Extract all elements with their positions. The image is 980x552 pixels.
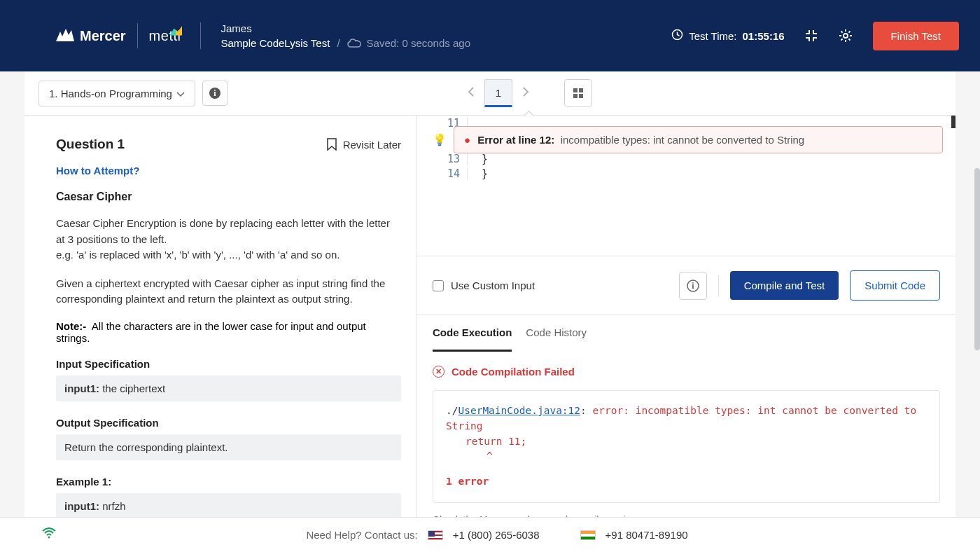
output-path-prefix: ./ <box>446 405 458 416</box>
checkbox-icon[interactable] <box>433 280 444 291</box>
india-phone[interactable]: +91 80471-89190 <box>606 529 688 541</box>
help-contact: Need Help? Contact us: +1 (800) 265-6038… <box>306 529 687 541</box>
revisit-later-button[interactable]: Revisit Later <box>326 138 401 151</box>
settings-icon[interactable] <box>838 28 853 43</box>
fail-title: Code Compilation Failed <box>451 366 575 378</box>
prev-question-button[interactable] <box>465 83 477 103</box>
question-grid-button[interactable] <box>564 79 592 107</box>
next-question-button[interactable] <box>519 83 532 103</box>
error-message-box: ● Error at line 12: incompatible types: … <box>454 126 943 153</box>
mercer-icon <box>56 29 74 43</box>
how-to-attempt-link[interactable]: How to Attempt? <box>56 165 401 177</box>
cloud-icon <box>347 38 361 48</box>
editor-line: 13 } <box>417 151 951 166</box>
timer-value: 01:55:16 <box>743 30 785 42</box>
output-return-line: return 11; <box>446 434 927 450</box>
error-text: incompatible types: int cannot be conver… <box>561 134 805 146</box>
app-header: Mercer mettl James Sample CodeLysis Test… <box>0 0 980 71</box>
inline-error-bubble: 💡 ● Error at line 12: incompatible types… <box>433 126 943 153</box>
section-info-button[interactable]: i <box>202 81 227 106</box>
input-spec-box: input1: the ciphertext <box>56 375 401 401</box>
question-pagination: 1 Attempted: 1/1 <box>465 79 592 107</box>
actions-right: i Compile and Test Submit Code <box>679 270 940 301</box>
india-flag-icon <box>580 530 596 540</box>
mercer-text: Mercer <box>80 28 126 44</box>
section-dropdown[interactable]: 1. Hands-on Programming <box>38 81 195 106</box>
saved-info: Saved: 0 seconds ago <box>347 37 470 49</box>
svg-text:i: i <box>692 281 694 291</box>
question-page-1[interactable]: 1 <box>484 79 512 107</box>
compile-button[interactable]: Compile and Test <box>730 271 839 300</box>
problem-desc-2: Given a ciphertext encrypted with Caesar… <box>56 276 401 308</box>
example-title: Example 1: <box>56 476 401 488</box>
custom-input-label: Use Custom Input <box>451 280 535 291</box>
output-error-count: 1 error <box>446 474 927 490</box>
svg-point-10 <box>48 537 50 539</box>
example-box: input1: nrfzh <box>56 493 401 518</box>
divider <box>718 275 719 296</box>
editor-decoration <box>951 116 955 128</box>
editor-line: 14 } <box>417 166 951 181</box>
actions-row: Use Custom Input i Compile and Test Subm… <box>417 256 955 315</box>
submit-code-button[interactable]: Submit Code <box>850 270 940 301</box>
mettl-logo: mettl <box>149 28 181 44</box>
fullscreen-exit-icon[interactable] <box>804 29 818 43</box>
tab-code-execution[interactable]: Code Execution <box>433 315 512 352</box>
output-caret: ^ <box>446 449 927 464</box>
mercer-logo: Mercer <box>56 28 126 44</box>
error-icon: ✕ <box>433 366 444 378</box>
output-file-link[interactable]: UserMainCode.java:12 <box>458 405 580 416</box>
problem-desc-1: Caesar Cipher Encryption is done by repl… <box>56 216 401 263</box>
saved-label: Saved: 0 seconds ago <box>367 37 470 49</box>
output-spec-box: Return the corresponding plaintext. <box>56 434 401 460</box>
test-name: Sample CodeLysis Test <box>220 37 330 49</box>
hint-button[interactable]: i <box>679 272 707 300</box>
clock-icon <box>671 29 683 43</box>
test-timer: Test Time: 01:55:16 <box>671 29 784 43</box>
toolbar: 1. Hands-on Programming i 1 Attempted: 1… <box>24 71 955 116</box>
revisit-label: Revisit Later <box>343 139 401 151</box>
svg-rect-7 <box>579 94 583 98</box>
user-block: James Sample CodeLysis Test / Saved: 0 s… <box>200 22 470 49</box>
svg-rect-5 <box>579 88 583 92</box>
chevron-down-icon <box>176 88 185 99</box>
compilation-failed-row: ✕ Code Compilation Failed <box>433 366 940 378</box>
problem-name: Caesar Cipher <box>56 191 401 203</box>
help-label: Need Help? Contact us: <box>306 529 417 541</box>
section-label: 1. Hands-on Programming <box>49 88 172 99</box>
scrollbar[interactable] <box>974 168 980 350</box>
wifi-icon <box>42 527 56 542</box>
logo-area: Mercer mettl <box>56 23 181 48</box>
output-area: ✕ Code Compilation Failed ./UserMainCode… <box>417 352 955 517</box>
test-name-row: Sample CodeLysis Test / Saved: 0 seconds… <box>220 37 470 49</box>
error-dot-icon: ● <box>464 134 470 146</box>
input-spec-title: Input Specification <box>56 358 401 370</box>
svg-rect-6 <box>573 94 578 98</box>
question-title: Question 1 <box>56 137 125 152</box>
svg-rect-4 <box>573 88 578 92</box>
svg-point-1 <box>844 34 848 38</box>
recompile-message: Check the Message above and compile agai… <box>433 514 940 517</box>
problem-note: Note:- All the characters are in the low… <box>56 320 401 344</box>
us-phone[interactable]: +1 (800) 265-6038 <box>453 529 540 541</box>
main-content: Question 1 Revisit Later How to Attempt?… <box>24 116 955 517</box>
footer: Need Help? Contact us: +1 (800) 265-6038… <box>0 517 980 552</box>
tab-code-history[interactable]: Code History <box>526 315 587 352</box>
code-panel: 11 13 } 14 } 💡 ● <box>416 116 955 517</box>
header-right: Test Time: 01:55:16 Finish Test <box>671 22 959 50</box>
output-tabs: Code Execution Code History <box>417 315 955 352</box>
timer-label: Test Time: <box>689 30 736 42</box>
separator: / <box>337 37 340 49</box>
error-line-label: Error at line 12: <box>477 134 554 146</box>
lightbulb-icon[interactable]: 💡 <box>433 133 447 146</box>
finish-test-button[interactable]: Finish Test <box>873 22 959 50</box>
custom-input-checkbox[interactable]: Use Custom Input <box>433 280 535 291</box>
code-editor[interactable]: 11 13 } 14 } 💡 ● <box>417 116 955 256</box>
us-flag-icon <box>428 530 443 540</box>
output-spec-title: Output Specification <box>56 417 401 429</box>
user-name: James <box>220 22 470 34</box>
question-panel: Question 1 Revisit Later How to Attempt?… <box>24 116 416 517</box>
compiler-output-box: ./UserMainCode.java:12: error: incompati… <box>433 390 940 503</box>
logo-divider <box>137 23 138 48</box>
question-header: Question 1 Revisit Later <box>56 137 401 152</box>
